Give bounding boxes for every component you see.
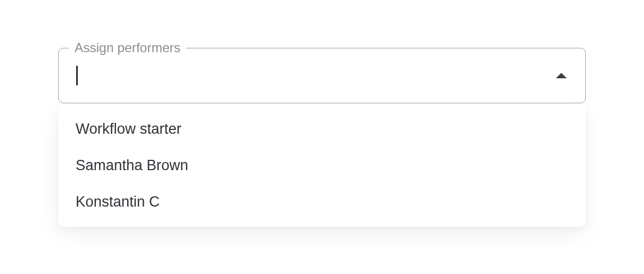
assign-performers-combobox[interactable] (58, 48, 586, 103)
option-samantha-brown[interactable]: Samantha Brown (58, 147, 586, 184)
option-workflow-starter[interactable]: Workflow starter (58, 111, 586, 147)
option-konstantin-c[interactable]: Konstantin C (58, 184, 586, 220)
combobox-dropdown: Workflow starter Samantha Brown Konstant… (58, 104, 586, 227)
chevron-up-icon[interactable] (556, 73, 567, 78)
text-cursor (76, 66, 78, 85)
combobox-label: Assign performers (69, 40, 186, 55)
assign-performers-combobox-container: Assign performers Workflow starter Saman… (58, 48, 586, 227)
combobox-fieldset: Assign performers (58, 48, 586, 103)
